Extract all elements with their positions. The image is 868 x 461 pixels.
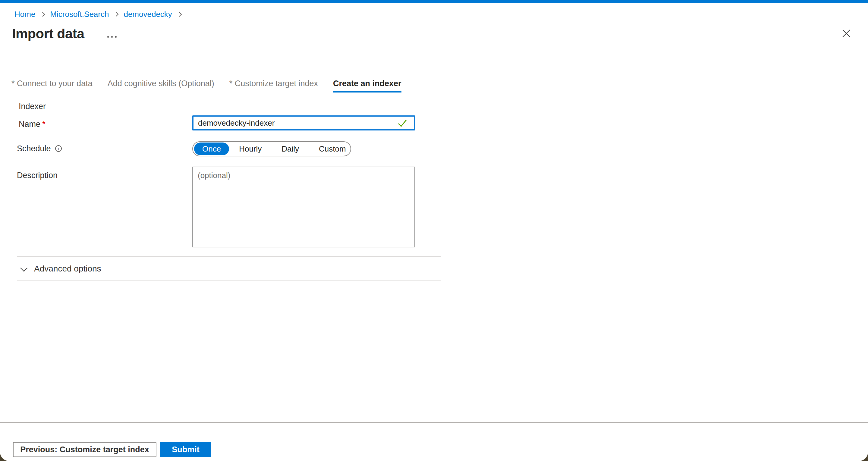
close-icon[interactable] <box>841 29 851 38</box>
required-marker: * <box>42 120 45 129</box>
schedule-option-custom[interactable]: Custom <box>309 143 356 155</box>
breadcrumb: Home Microsoft.Search demovedecky <box>14 10 182 19</box>
breadcrumb-link-demovedecky[interactable]: demovedecky <box>124 10 172 19</box>
schedule-option-hourly[interactable]: Hourly <box>229 143 272 155</box>
schedule-segmented-control: Once Hourly Daily Custom <box>192 141 351 156</box>
breadcrumb-separator-icon <box>177 12 182 17</box>
tab-customize-target-index[interactable]: * Customize target index <box>229 79 318 92</box>
breadcrumb-separator-icon <box>114 12 119 17</box>
azure-top-accent-bar <box>0 0 868 3</box>
chevron-down-icon <box>20 264 27 272</box>
wizard-tabs: * Connect to your data Add cognitive ski… <box>11 79 401 92</box>
indexer-name-input[interactable] <box>192 115 415 130</box>
previous-step-button[interactable]: Previous: Customize target index <box>13 442 156 457</box>
import-data-panel: Home Microsoft.Search demovedecky Import… <box>0 0 868 461</box>
schedule-field-label: Schedule <box>17 144 51 153</box>
indexer-section-label: Indexer <box>19 102 46 111</box>
info-icon[interactable]: i <box>55 145 62 152</box>
submit-button[interactable]: Submit <box>160 442 211 457</box>
breadcrumb-link-microsoft-search[interactable]: Microsoft.Search <box>50 10 109 19</box>
page-title: Import data <box>12 26 84 41</box>
advanced-options-expander[interactable]: Advanced options <box>21 263 101 275</box>
footer-divider <box>0 422 868 423</box>
schedule-option-daily[interactable]: Daily <box>272 143 309 155</box>
tab-connect-to-your-data[interactable]: * Connect to your data <box>11 79 93 92</box>
description-textarea[interactable] <box>192 166 415 247</box>
divider <box>17 256 441 257</box>
advanced-options-label: Advanced options <box>34 264 101 274</box>
tab-add-cognitive-skills[interactable]: Add cognitive skills (Optional) <box>107 79 214 92</box>
schedule-option-once[interactable]: Once <box>194 143 229 155</box>
tab-create-an-indexer[interactable]: Create an indexer <box>333 79 401 92</box>
description-field-label: Description <box>17 171 58 180</box>
divider <box>17 280 441 281</box>
breadcrumb-link-home[interactable]: Home <box>14 10 35 19</box>
more-options-icon[interactable] <box>106 35 118 39</box>
name-field-label: Name* <box>19 120 45 129</box>
breadcrumb-separator-icon <box>40 12 45 17</box>
